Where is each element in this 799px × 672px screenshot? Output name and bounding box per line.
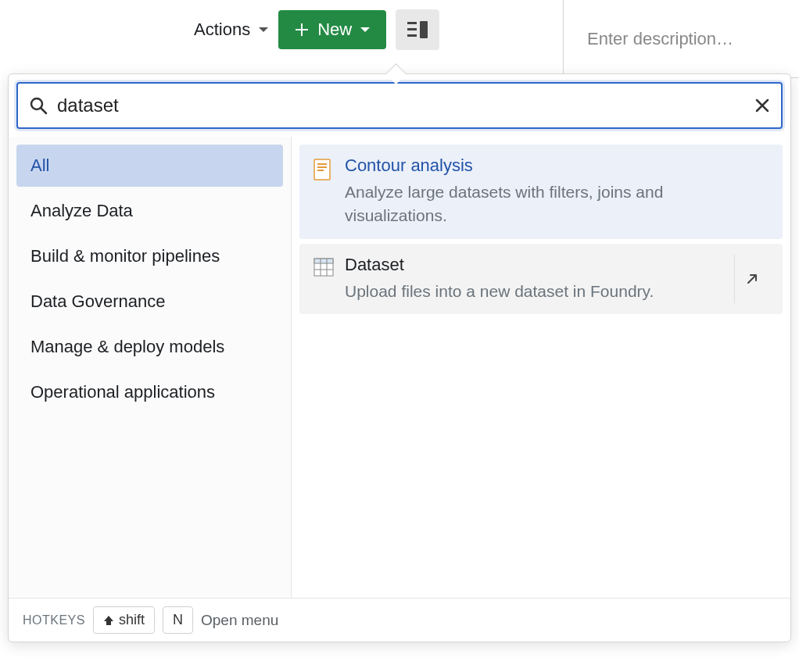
n-key: N	[163, 606, 193, 634]
category-manage-deploy-models[interactable]: Manage & deploy models	[16, 326, 283, 368]
result-dataset[interactable]: Dataset Upload files into a new dataset …	[299, 244, 783, 314]
arrow-up-icon	[103, 615, 114, 626]
plus-icon	[294, 22, 310, 38]
footer-hotkeys: HOTKEYS shift N Open menu	[9, 598, 790, 642]
result-description: Upload files into a new dataset in Found…	[345, 280, 722, 303]
result-contour-analysis[interactable]: Contour analysis Analyze large datasets …	[299, 145, 783, 239]
svg-rect-1	[407, 28, 417, 30]
category-build-monitor-pipelines[interactable]: Build & monitor pipelines	[16, 235, 283, 277]
search-box[interactable]	[16, 82, 783, 129]
document-icon	[314, 159, 332, 177]
table-icon	[314, 258, 332, 277]
category-all[interactable]: All	[16, 145, 283, 187]
panel-layout-icon	[407, 20, 428, 39]
category-analyze-data[interactable]: Analyze Data	[16, 190, 283, 232]
result-description: Analyze large datasets with filters, joi…	[345, 181, 769, 228]
svg-rect-8	[317, 166, 327, 168]
close-icon	[754, 98, 770, 113]
category-operational-applications[interactable]: Operational applications	[16, 371, 283, 413]
results-list: Contour analysis Analyze large datasets …	[292, 137, 790, 598]
description-panel[interactable]: Enter description…	[563, 0, 799, 78]
category-list: All Analyze Data Build & monitor pipelin…	[9, 137, 292, 598]
svg-rect-9	[317, 170, 324, 171]
description-placeholder: Enter description…	[587, 29, 733, 49]
caret-down-icon	[360, 26, 371, 34]
actions-label: Actions	[194, 20, 250, 40]
new-button[interactable]: New	[278, 10, 386, 49]
svg-rect-3	[420, 21, 428, 38]
caret-down-icon	[258, 26, 269, 34]
category-data-governance[interactable]: Data Governance	[16, 281, 283, 323]
arrow-up-right-icon	[745, 272, 759, 286]
panel-layout-toggle[interactable]	[396, 9, 439, 50]
open-in-new-button[interactable]	[734, 255, 769, 303]
new-menu-popover: All Analyze Data Build & monitor pipelin…	[8, 73, 791, 642]
hotkeys-label: HOTKEYS	[23, 613, 85, 627]
svg-rect-11	[314, 259, 333, 263]
shift-key: shift	[93, 606, 155, 634]
search-icon	[29, 96, 48, 115]
result-title: Dataset	[345, 255, 722, 275]
actions-button[interactable]: Actions	[194, 12, 269, 48]
new-label: New	[317, 20, 352, 40]
clear-search-button[interactable]	[754, 98, 770, 113]
svg-line-5	[41, 109, 47, 114]
svg-rect-7	[317, 163, 327, 165]
svg-rect-0	[407, 22, 417, 24]
search-input[interactable]	[57, 95, 754, 116]
svg-rect-2	[407, 34, 417, 37]
hotkey-hint: Open menu	[201, 612, 278, 629]
result-title: Contour analysis	[345, 155, 769, 176]
